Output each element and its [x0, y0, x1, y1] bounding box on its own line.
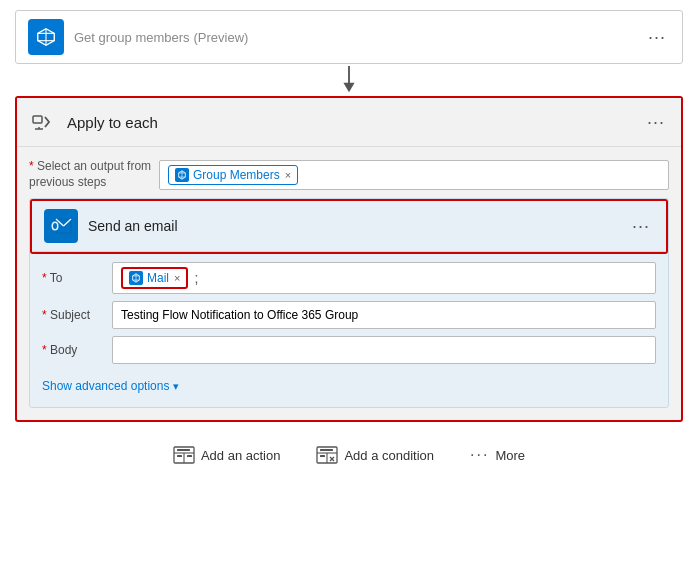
send-email-icon [44, 209, 78, 243]
apply-each-inner-content: Send an email ··· * To [29, 198, 669, 408]
bottom-actions-bar: Add an action Add a condition ··· More [15, 438, 683, 472]
subject-label: * Subject [42, 308, 112, 322]
more-label: More [495, 448, 525, 463]
select-output-row: * Select an output from previous steps G… [17, 155, 681, 198]
select-output-field[interactable]: Group Members × [159, 160, 669, 190]
show-advanced-options-label: Show advanced options [42, 379, 169, 393]
add-condition-button[interactable]: Add a condition [298, 438, 452, 472]
select-output-label: * Select an output from previous steps [29, 159, 159, 190]
svg-point-19 [53, 223, 57, 229]
body-input[interactable] [112, 336, 656, 364]
send-email-header: Send an email ··· [32, 201, 666, 252]
svg-rect-6 [33, 116, 42, 123]
show-advanced-options-link[interactable]: Show advanced options ▾ [42, 379, 179, 393]
top-card-ellipsis-button[interactable]: ··· [644, 25, 670, 50]
add-condition-icon [316, 446, 338, 464]
arrow-connector [339, 64, 359, 96]
svg-rect-36 [320, 455, 325, 457]
add-condition-label: Add a condition [344, 448, 434, 463]
add-action-label: Add an action [201, 448, 281, 463]
mail-token: Mail × [121, 267, 188, 289]
svg-rect-28 [187, 455, 192, 457]
get-group-members-icon [28, 19, 64, 55]
svg-rect-29 [177, 449, 190, 451]
token-icon [175, 168, 189, 182]
more-dots-icon: ··· [470, 446, 489, 464]
group-members-token-label: Group Members [193, 168, 280, 182]
add-action-button[interactable]: Add an action [155, 438, 299, 472]
group-members-token: Group Members × [168, 165, 298, 185]
to-label: * To [42, 271, 112, 285]
mail-token-icon [129, 271, 143, 285]
mail-token-close[interactable]: × [174, 272, 180, 284]
add-action-icon [173, 446, 195, 464]
show-advanced-options-row: Show advanced options ▾ [30, 375, 668, 397]
apply-to-each-container: Apply to each ··· * Select an output fro… [15, 96, 683, 422]
group-members-token-close[interactable]: × [285, 169, 291, 181]
subject-input[interactable] [112, 301, 656, 329]
chevron-down-icon: ▾ [173, 380, 179, 393]
svg-marker-5 [343, 83, 354, 92]
apply-to-each-header: Apply to each ··· [17, 98, 681, 146]
to-input[interactable]: Mail × ; [112, 262, 656, 294]
to-field-row: * To Mail [42, 262, 656, 294]
send-email-form: * To Mail [30, 254, 668, 375]
more-button[interactable]: ··· More [452, 438, 543, 472]
body-label: * Body [42, 343, 112, 357]
apply-to-each-title: Apply to each [67, 114, 643, 131]
apply-to-each-icon [29, 108, 57, 136]
get-group-members-card: Get group members (Preview) ··· [15, 10, 683, 64]
send-email-title: Send an email [88, 218, 628, 234]
body-field-row: * Body [42, 336, 656, 364]
top-card-title: Get group members (Preview) [74, 29, 644, 45]
svg-rect-33 [320, 449, 333, 451]
mail-token-label: Mail [147, 271, 169, 285]
send-email-ellipsis-button[interactable]: ··· [628, 214, 654, 239]
send-email-border: Send an email ··· [30, 199, 668, 254]
subject-field-row: * Subject [42, 301, 656, 329]
svg-rect-27 [177, 455, 182, 457]
apply-to-each-ellipsis-button[interactable]: ··· [643, 110, 669, 135]
